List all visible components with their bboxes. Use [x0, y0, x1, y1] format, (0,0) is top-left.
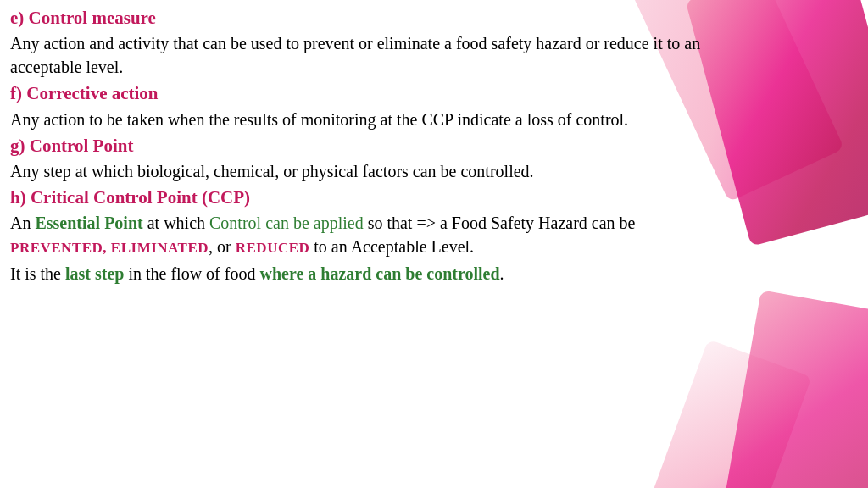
- hazard-controlled-text: where a hazard can be controlled: [259, 264, 499, 283]
- section-ccp: h) Critical Control Point (CCP) An Essen…: [10, 186, 712, 286]
- last-line-prefix: It is the: [10, 264, 65, 283]
- reduced-text: REDUCED: [236, 240, 310, 256]
- ccp-or: , or: [209, 237, 236, 256]
- ccp-to-acceptable: to an Acceptable Level.: [309, 237, 474, 256]
- section-control-point: g) Control Point Any step at which biolo…: [10, 135, 712, 183]
- slide-container: e) Control measure Any action and activi…: [0, 0, 868, 488]
- heading-corrective-action: f) Corrective action: [10, 82, 712, 105]
- heading-control-point: g) Control Point: [10, 135, 712, 158]
- prevented-eliminated-text: PREVENTED, ELIMINATED: [10, 240, 209, 256]
- heading-ccp: h) Critical Control Point (CCP): [10, 186, 712, 209]
- last-line-suffix: .: [500, 264, 504, 283]
- ccp-prefix: An: [10, 214, 35, 232]
- ccp-so-that: so that => a Food Safety Hazard can be: [364, 214, 636, 232]
- control-applied-text: Control can be applied: [209, 214, 364, 232]
- body-control-point: Any step at which biological, chemical, …: [10, 159, 712, 183]
- slide-content: e) Control measure Any action and activi…: [0, 0, 729, 296]
- body-control-measure: Any action and activity that can be used…: [10, 31, 712, 79]
- ccp-last-line: It is the last step in the flow of food …: [10, 262, 712, 286]
- deco-shape-4: [723, 290, 868, 488]
- last-step-text: last step: [65, 264, 124, 283]
- last-line-middle: in the flow of food: [124, 264, 259, 283]
- body-ccp-line1: An Essential Point at which Control can …: [10, 211, 712, 258]
- body-corrective-action: Any action to be taken when the results …: [10, 108, 712, 131]
- heading-control-measure: e) Control measure: [10, 7, 712, 30]
- section-control-measure: e) Control measure Any action and activi…: [10, 7, 712, 79]
- ccp-at-which: at which: [143, 214, 209, 232]
- section-corrective-action: f) Corrective action Any action to be ta…: [10, 82, 712, 130]
- essential-point-text: Essential Point: [35, 214, 142, 232]
